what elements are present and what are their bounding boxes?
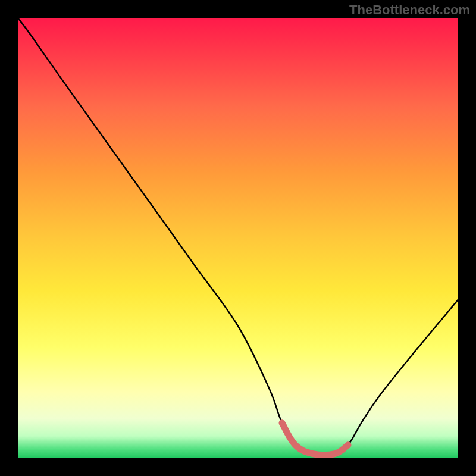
highlight-segment-line [282, 423, 348, 455]
bottleneck-curve-line [18, 18, 458, 455]
plot-area [18, 18, 458, 458]
watermark-text: TheBottleneck.com [349, 2, 470, 18]
chart-svg [18, 18, 458, 458]
